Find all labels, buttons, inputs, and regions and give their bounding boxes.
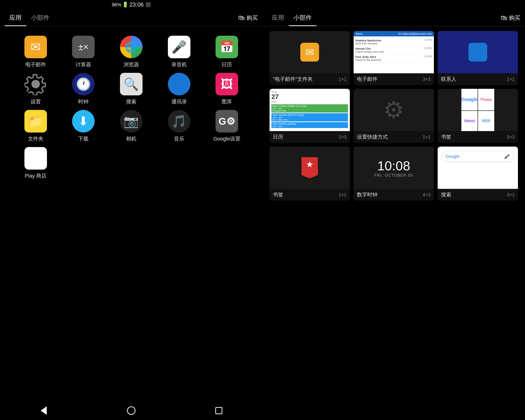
cal-date: 27 xyxy=(272,94,279,100)
app-calculator[interactable]: ±× 计算器 xyxy=(62,36,105,68)
cal-month: Sep xyxy=(272,100,279,103)
widget-bookmarks-preview: Google Picasa Yahoo! MSN xyxy=(438,89,518,131)
app-google-settings[interactable]: G⚙ Google设置 xyxy=(205,110,248,142)
app-settings[interactable]: 设置 xyxy=(14,73,57,105)
svg-point-0 xyxy=(32,80,39,88)
home-icon-left xyxy=(127,406,135,415)
search-bar-widget: Google 🎤 xyxy=(442,151,514,162)
app-recorder[interactable]: 🎤 录音机 xyxy=(158,36,201,68)
widget-search-size: 3×1 xyxy=(507,192,515,198)
widget-search-info: 搜索 3×1 xyxy=(438,189,518,200)
widget-search[interactable]: Google 🎤 搜索 3×1 xyxy=(438,147,518,200)
widget-email-preview[interactable]: Inbox ✉ oldenail@promail.com Angelina Sp… xyxy=(354,31,434,85)
recorder-label: 录音机 xyxy=(171,61,187,68)
app-play-store[interactable]: 🛍 Play 商店 xyxy=(14,147,57,180)
bookmark-yahoo: Yahoo! xyxy=(461,111,478,131)
bookmark-msn: MSN xyxy=(478,111,494,131)
right-tab-apps[interactable]: 应用 xyxy=(267,10,289,26)
home-button-left[interactable] xyxy=(124,404,138,418)
widget-bookmarks-3x3[interactable]: Google Picasa Yahoo! MSN 书签 3×3 xyxy=(438,89,518,143)
widget-digital-clock-size: 4×3 xyxy=(423,192,431,198)
cal-event-3: Stop machine uprising 4pm - 5pm xyxy=(272,122,348,128)
app-clock[interactable]: 🕐 时钟 xyxy=(62,73,105,105)
left-nav-bar xyxy=(0,401,262,420)
back-button-left[interactable] xyxy=(37,404,51,418)
gallery-label: 图库 xyxy=(222,98,232,105)
widget-email-size: 3×3 xyxy=(423,76,431,82)
widget-bookmark-star-preview: ★ xyxy=(270,147,350,189)
widget-bookmark-star[interactable]: ★ 书签 1×1 xyxy=(270,147,350,200)
widget-email-folder[interactable]: ✉ "电子邮件"文件夹 1×1 xyxy=(270,31,350,85)
widget-contacts[interactable]: 👤 联系人 1×1 xyxy=(438,31,518,85)
app-camera[interactable]: 📷 相机 xyxy=(110,110,153,142)
email-app-icon: ✉ xyxy=(30,40,41,54)
widget-contacts-info: 联系人 1×1 xyxy=(438,73,518,85)
app-email[interactable]: ✉ 电子邮件 xyxy=(14,36,57,68)
email-folder-icon: ✉ xyxy=(300,43,319,62)
shop-icon-right: 🛍 xyxy=(501,14,507,22)
widget-email-info: 电子邮件 3×3 xyxy=(354,73,434,85)
music-icon: 🎵 xyxy=(171,114,187,128)
widget-calendar-info: 日历 2×3 xyxy=(270,131,350,143)
app-folder[interactable]: 📁 文件夹 xyxy=(14,110,57,142)
bookmark-picasa: Picasa xyxy=(478,89,494,110)
download-icon: ⬇ xyxy=(78,114,89,128)
left-purchase-button[interactable]: 🛍 购买 xyxy=(238,14,258,22)
widget-digital-clock-name: 数字时钟 xyxy=(357,191,377,198)
app-calendar[interactable]: 📅 日历 xyxy=(205,36,248,68)
widget-calendar-name: 日历 xyxy=(273,134,283,141)
widget-email-folder-info: "电子邮件"文件夹 1×1 xyxy=(270,73,350,85)
browser-icon: 🌐 xyxy=(125,41,138,53)
email-app-label: 电子邮件 xyxy=(25,61,46,68)
app-browser[interactable]: 🌐 浏览器 xyxy=(110,36,153,68)
cal-event-1: Bake Cookies & Make Ice Cream 2pm - 3pm … xyxy=(272,104,348,113)
clock-icon: 🕐 xyxy=(76,77,91,91)
digital-clock-date: FRI, OCTOBER 05 xyxy=(374,173,413,178)
app-search[interactable]: 🔍 搜索 xyxy=(110,73,153,105)
app-contacts[interactable]: 👤 通讯录 xyxy=(158,73,201,105)
camera-label: 相机 xyxy=(126,135,136,142)
right-tab-widgets[interactable]: 小部件 xyxy=(289,10,317,26)
browser-label: 浏览器 xyxy=(123,61,139,68)
widget-bookmark-star-info: 书签 1×1 xyxy=(270,189,350,200)
gallery-icon: 🖼 xyxy=(221,77,233,91)
play-store-icon: 🛍 xyxy=(29,151,42,165)
app-gallery[interactable]: 🖼 图库 xyxy=(205,73,248,105)
app-music[interactable]: 🎵 音乐 xyxy=(158,110,201,142)
folder-icon: 📁 xyxy=(28,114,43,128)
widget-settings-shortcut[interactable]: ⚙ 设置快捷方式 1×1 xyxy=(354,89,434,143)
cal-header: TUE 27 Sep xyxy=(272,91,348,103)
settings-icon xyxy=(24,73,47,95)
calc-icon: ±× xyxy=(78,42,89,52)
left-tab-widgets[interactable]: 小部件 xyxy=(26,10,54,26)
right-purchase-button[interactable]: 🛍 购买 xyxy=(501,14,520,22)
calendar-label: 日历 xyxy=(222,61,232,68)
digital-clock-time: 10:08 xyxy=(377,158,410,173)
clock-label: 时钟 xyxy=(78,98,89,105)
widget-settings-info: 设置快捷方式 1×1 xyxy=(354,131,434,143)
widget-email-folder-name: "电子邮件"文件夹 xyxy=(273,76,313,83)
widget-bookmarks-3x3-size: 3×3 xyxy=(507,134,515,140)
email-preview-widget: Inbox ✉ oldenail@promail.com Angelina Sp… xyxy=(354,31,434,73)
email-item-1: Angelina Sparkovioa 3:27PM Back from Vac… xyxy=(356,38,432,46)
widget-digital-clock[interactable]: 10:08 FRI, OCTOBER 05 数字时钟 4×3 xyxy=(354,147,434,200)
widget-search-preview: Google 🎤 xyxy=(438,147,518,189)
widget-bookmark-star-size: 1×1 xyxy=(338,192,347,198)
widget-email-folder-size: 1×1 xyxy=(338,76,347,82)
app-download[interactable]: ⬇ 下载 xyxy=(62,110,105,142)
left-tab-apps[interactable]: 应用 xyxy=(5,10,26,26)
app-grid: ✉ 电子邮件 ±× 计算器 🌐 浏览器 🎤 录音机 xyxy=(0,26,262,189)
recent-button-left[interactable] xyxy=(212,404,226,418)
widget-calendar[interactable]: TUE 27 Sep Bake Cookies & Make Ice Cream… xyxy=(270,89,350,143)
music-label: 音乐 xyxy=(174,135,184,142)
widget-contacts-preview: 👤 xyxy=(438,31,518,73)
back-icon-left xyxy=(41,406,47,415)
bookmarks-grid-content: Google Picasa Yahoo! MSN xyxy=(461,89,494,131)
widget-contacts-name: 联系人 xyxy=(441,76,456,83)
folder-label: 文件夹 xyxy=(28,135,43,142)
bookmark-google: Google xyxy=(461,89,478,110)
left-panel: 96% 🔋 23:06 ⬛ 应用 小部件 🛍 购买 ✉ 电子邮件 ±× xyxy=(0,0,262,420)
play-store-label: Play 商店 xyxy=(25,172,47,180)
search-bar-text: Google xyxy=(446,154,502,159)
calendar-icon: 📅 xyxy=(220,40,234,54)
